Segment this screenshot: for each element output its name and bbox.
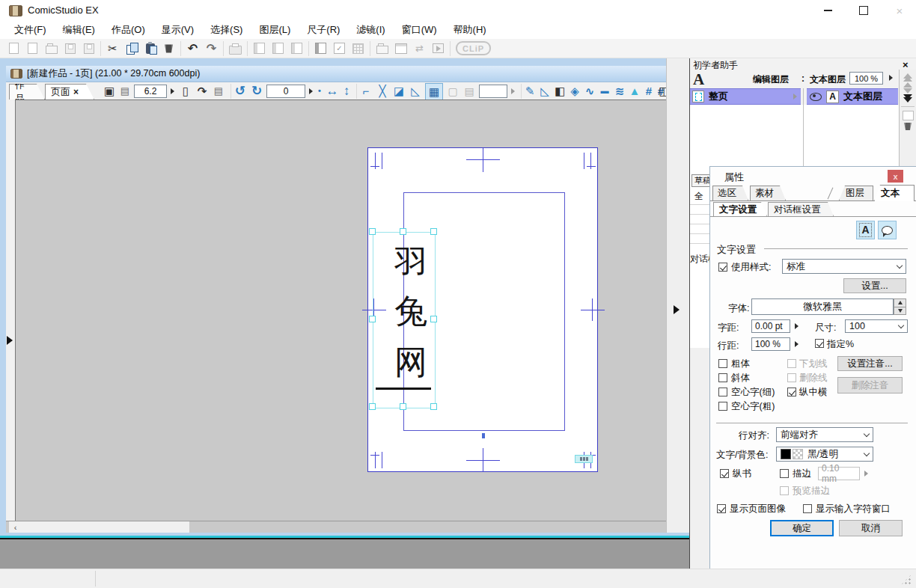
paste-button[interactable] [141, 40, 159, 57]
use-style-checkbox[interactable] [718, 263, 727, 272]
maximize-button[interactable] [846, 0, 881, 21]
angle-snap-button[interactable]: ◺ [407, 83, 424, 99]
new-page-button[interactable] [23, 40, 42, 57]
layer-list-item-selected[interactable]: A 文本图层 [807, 88, 898, 105]
text-object-toggle-button[interactable]: A [856, 221, 875, 239]
delete-button[interactable] [159, 40, 178, 57]
selection-handle-n[interactable] [400, 228, 406, 235]
extra-view-button-1[interactable]: ▢ [445, 83, 461, 99]
view-preset-arrow[interactable] [509, 83, 516, 99]
print-button[interactable] [226, 40, 245, 57]
page-list-item-selected[interactable]: 整页 [690, 88, 801, 105]
bold-checkbox[interactable] [718, 359, 727, 368]
rotate-dropdown-arrow[interactable] [307, 83, 314, 99]
menu-file[interactable]: 文件(F) [6, 22, 55, 38]
selection-handle-e[interactable] [430, 316, 437, 322]
menu-ruler[interactable]: 尺子(R) [299, 22, 348, 38]
comic-page[interactable]: 羽 兔 网 [367, 147, 598, 472]
material-folder-button[interactable] [373, 40, 391, 57]
layers-panel-button[interactable] [311, 40, 330, 57]
expand-left-panel-arrow[interactable] [7, 336, 13, 345]
expand-arrow-icon[interactable] [793, 94, 797, 99]
view-preset-dropdown[interactable] [479, 85, 507, 98]
visibility-eye-icon[interactable] [810, 93, 822, 101]
new-page-view-button[interactable]: ▯ [177, 83, 194, 99]
menu-layer[interactable]: 图层(L) [251, 22, 299, 38]
new-layer-button[interactable] [900, 111, 916, 120]
run-button[interactable] [429, 40, 448, 57]
tab-artwork[interactable]: 作品 [9, 84, 45, 99]
transfer-button[interactable]: ⇄ [410, 40, 429, 57]
leading-input[interactable]: 100 % [751, 337, 790, 351]
ok-button[interactable]: 确定 [770, 520, 834, 536]
compass-tool-button[interactable]: ◈ [567, 83, 582, 99]
tab-close-icon[interactable]: × [73, 87, 79, 97]
flip-horizontal-button[interactable]: ↔ [324, 83, 341, 99]
horizontal-scrollbar[interactable]: ‹ [6, 521, 672, 533]
opacity-menu-arrow[interactable] [889, 75, 893, 81]
specify-percent-checkbox[interactable] [815, 339, 824, 348]
close-button[interactable]: × [882, 0, 916, 21]
balloon-object-toggle-button[interactable] [878, 221, 897, 239]
cut-button[interactable]: ✂ [103, 40, 122, 57]
tile-view-button[interactable]: ▤ [117, 83, 132, 99]
tab-selection[interactable]: 选区 [712, 186, 748, 200]
page-view-button[interactable] [250, 40, 269, 57]
selection-handle-nw[interactable] [369, 228, 376, 235]
menu-edit[interactable]: 编辑(E) [55, 22, 103, 38]
expand-right-panel-arrow[interactable] [674, 305, 680, 314]
menu-view[interactable]: 显示(V) [153, 22, 202, 38]
window-cascade-button[interactable] [391, 40, 410, 57]
save-all-button[interactable] [79, 40, 98, 57]
font-spinner[interactable] [894, 298, 906, 315]
cancel-button[interactable]: 取消 [839, 520, 903, 536]
zoom-input[interactable]: 6.2 [134, 85, 167, 98]
reset-rotation-button[interactable]: • [315, 83, 324, 99]
flip-vertical-button[interactable]: ↕ [341, 83, 352, 99]
grid-view-button[interactable] [349, 40, 367, 57]
delete-layer-button[interactable] [900, 122, 916, 130]
selection-handle-se[interactable] [430, 403, 437, 410]
menu-story[interactable]: 作品(O) [103, 22, 153, 38]
redo-button[interactable]: ↷ [202, 40, 221, 57]
zoom-dropdown-arrow[interactable] [168, 83, 176, 99]
extra-view-button-2[interactable]: ▤ [461, 83, 477, 99]
selection-handle-s[interactable] [400, 403, 406, 410]
spin-down-button[interactable] [894, 307, 906, 316]
minimize-button[interactable] [810, 0, 845, 21]
canvas-area[interactable]: 羽 兔 网 [15, 99, 678, 521]
move-top-button[interactable] [900, 70, 916, 82]
subtab-dialog-settings[interactable]: 对话框设置 [768, 202, 834, 216]
style-select[interactable]: 标准 [782, 259, 906, 274]
tab-page[interactable]: 页面 × [45, 84, 94, 99]
italic-checkbox[interactable] [718, 373, 727, 382]
selection-handle-ne[interactable] [430, 228, 437, 235]
ink-preview-button[interactable]: ◪ [391, 83, 407, 99]
menu-window[interactable]: 窗口(W) [394, 22, 445, 38]
spin-up-button[interactable] [894, 298, 906, 307]
rotate-angle-input[interactable]: 0 [266, 85, 305, 98]
rotate-ccw-button[interactable]: ↺ [232, 83, 248, 99]
rotate-cw-button[interactable]: ↻ [248, 83, 265, 99]
solid-tool-button[interactable]: ◧ [552, 83, 567, 99]
move-up-button[interactable] [900, 82, 916, 88]
clip-service-button[interactable]: CLiP [456, 41, 491, 55]
layer-opacity-input[interactable]: 100 % [849, 72, 883, 85]
tate-chu-yoko-checkbox[interactable] [787, 388, 796, 396]
leading-menu-arrow[interactable] [795, 341, 799, 347]
fan-ruler-button[interactable]: ≋ [612, 83, 627, 99]
vertical-writing-checkbox[interactable] [720, 469, 729, 478]
style-settings-button[interactable]: 设置... [843, 278, 906, 293]
size-select[interactable]: 100 [845, 319, 908, 333]
draft-tab-fragment[interactable]: 草稿 [691, 174, 710, 187]
stroke-checkbox[interactable] [780, 469, 789, 478]
line-align-select[interactable]: 前端对齐 [776, 427, 873, 442]
pen-ruler-button[interactable]: ✎ [522, 83, 537, 99]
fit-page-button[interactable]: ▣ [101, 83, 117, 99]
new-artwork-button[interactable] [4, 40, 23, 57]
text-selection-box[interactable] [373, 232, 436, 408]
show-page-image-checkbox[interactable] [717, 504, 726, 513]
tab-material[interactable]: 素材 [750, 186, 786, 200]
scrollbar-thumb[interactable] [22, 521, 189, 533]
perspective-ruler-button[interactable]: ▲ [627, 83, 642, 99]
